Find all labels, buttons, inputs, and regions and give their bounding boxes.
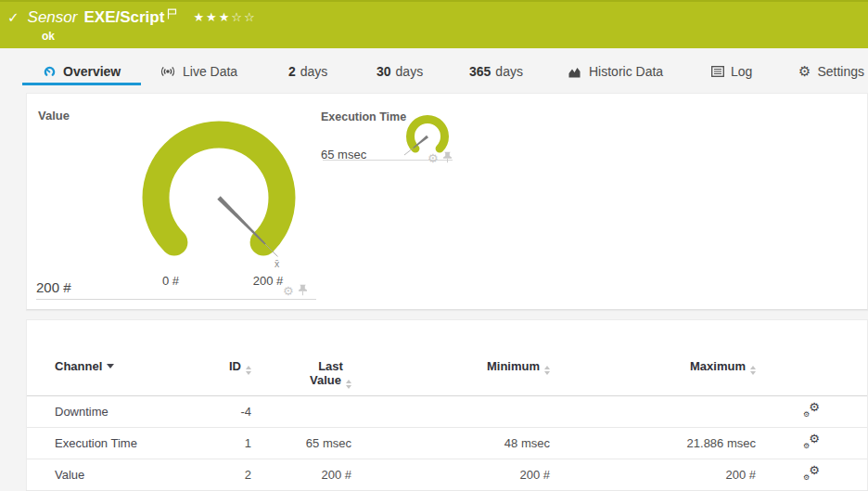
channel-name: Value — [27, 459, 223, 490]
overview-gauges-panel: Value x̄ 0 # 200 # 200 # ⚙ Execution Tim… — [26, 93, 868, 310]
channel-last-value: 65 msec — [251, 427, 351, 459]
value-gauge: x̄ — [140, 119, 302, 281]
channel-name: Downtime — [27, 395, 223, 427]
channel-last-value: 200 # — [251, 459, 351, 490]
value-widget-divider — [36, 299, 316, 300]
tab-overview[interactable]: Overview — [43, 62, 121, 81]
channel-settings-icon[interactable]: ⚙⚙ — [802, 402, 821, 418]
value-gauge-title: Value — [38, 109, 70, 123]
column-header-minimum[interactable]: Minimum — [351, 320, 550, 395]
exec-gauge-avg-line — [404, 149, 413, 155]
tab-log[interactable]: Log — [711, 62, 752, 81]
value-widget-actions: ⚙ — [283, 283, 308, 300]
channel-id: 1 — [223, 427, 251, 459]
tab-2-days[interactable]: 2 days — [288, 62, 327, 81]
tab-historic-data[interactable]: Historic Data — [568, 62, 663, 81]
tab-historic-data-label: Historic Data — [589, 64, 663, 79]
tab-365-days[interactable]: 365 days — [469, 62, 523, 81]
sort-icon — [750, 366, 756, 375]
channel-id: 2 — [223, 459, 251, 490]
tab-30-days-label: days — [396, 64, 424, 79]
value-gauge-arc — [156, 135, 282, 242]
tab-settings-label: Settings — [817, 64, 864, 79]
table-header-row: Channel ID Last Value Minimum Maximum — [27, 320, 867, 395]
tab-30-days[interactable]: 30 days — [377, 62, 423, 81]
column-header-last-value[interactable]: Last Value — [251, 320, 351, 395]
broadcast-icon — [160, 65, 176, 78]
stars-empty: ☆☆ — [231, 10, 256, 24]
table-row-downtime[interactable]: Downtime -4 ⚙⚙ — [27, 395, 867, 427]
sensor-kind-label: Sensor — [28, 8, 78, 27]
tab-2-days-label: days — [300, 64, 328, 79]
value-gauge-current: 200 # — [36, 279, 71, 295]
channels-table-panel: Channel ID Last Value Minimum Maximum — [26, 319, 868, 491]
column-header-id[interactable]: ID — [223, 320, 251, 395]
widget-gear-icon[interactable]: ⚙ — [283, 285, 294, 298]
channel-settings-icon[interactable]: ⚙⚙ — [802, 465, 821, 481]
tab-settings[interactable]: ⚙ Settings — [798, 62, 864, 81]
flag-icon[interactable] — [167, 6, 178, 23]
sensor-status-bar: ✓ Sensor EXE/Script ★★★☆☆ ok — [0, 0, 868, 48]
exec-gauge-title: Execution Time — [321, 110, 406, 123]
channel-settings-icon[interactable]: ⚙⚙ — [802, 433, 821, 449]
channel-last-value — [251, 395, 351, 427]
sensor-name: EXE/Script — [83, 8, 164, 27]
tab-2-days-number: 2 — [288, 64, 296, 79]
stars-filled: ★★★ — [193, 10, 231, 24]
tab-365-days-label: days — [495, 64, 523, 79]
tab-overview-label: Overview — [63, 64, 121, 79]
value-gauge-avg-marker: x̄ — [274, 258, 280, 269]
table-row-value[interactable]: Value 2 200 # 200 # 200 # ⚙⚙ — [27, 459, 867, 490]
channels-table: Channel ID Last Value Minimum Maximum — [27, 320, 867, 491]
sort-icon — [346, 380, 351, 389]
column-header-channel[interactable]: Channel — [27, 320, 223, 395]
active-tab-underline — [22, 83, 141, 85]
tab-bar: Overview Live Data 2 days 30 days 365 da… — [0, 59, 868, 86]
sort-desc-icon — [107, 364, 114, 368]
channel-maximum: 21.886 msec — [550, 427, 756, 459]
exec-gauge-arc — [411, 119, 445, 149]
value-gauge-needle — [217, 196, 265, 244]
status-badge: ok — [42, 30, 55, 43]
channel-id: -4 — [223, 395, 251, 427]
channel-name: Execution Time — [27, 427, 223, 459]
exec-widget-actions: ⚙ — [428, 150, 453, 167]
pin-icon[interactable] — [298, 283, 308, 300]
priority-stars[interactable]: ★★★☆☆ — [193, 8, 256, 27]
column-header-maximum[interactable]: Maximum — [550, 320, 756, 395]
value-gauge-min-label: 0 # — [157, 274, 185, 288]
gauge-icon — [43, 65, 57, 79]
sort-icon — [246, 366, 251, 375]
channel-minimum: 48 msec — [351, 427, 550, 459]
channel-maximum — [550, 395, 756, 427]
widget-gear-icon[interactable]: ⚙ — [428, 152, 439, 165]
tab-30-days-number: 30 — [377, 64, 391, 79]
log-list-icon — [711, 66, 724, 77]
sort-icon — [544, 366, 550, 375]
pin-icon[interactable] — [442, 150, 453, 167]
table-row-execution-time[interactable]: Execution Time 1 65 msec 48 msec 21.886 … — [27, 427, 867, 459]
chart-icon — [568, 66, 582, 78]
ok-check-icon: ✓ — [7, 8, 19, 27]
tab-log-label: Log — [731, 64, 752, 79]
sensor-title-row: ✓ Sensor EXE/Script ★★★☆☆ — [7, 8, 257, 27]
tab-live-data-label: Live Data — [183, 64, 237, 79]
column-header-actions — [756, 320, 867, 395]
channel-minimum — [351, 395, 550, 427]
channel-maximum: 200 # — [550, 459, 756, 490]
tab-live-data[interactable]: Live Data — [160, 62, 237, 81]
settings-gear-icon: ⚙ — [798, 65, 811, 78]
channel-minimum: 200 # — [351, 459, 550, 490]
tab-365-days-number: 365 — [469, 64, 491, 79]
